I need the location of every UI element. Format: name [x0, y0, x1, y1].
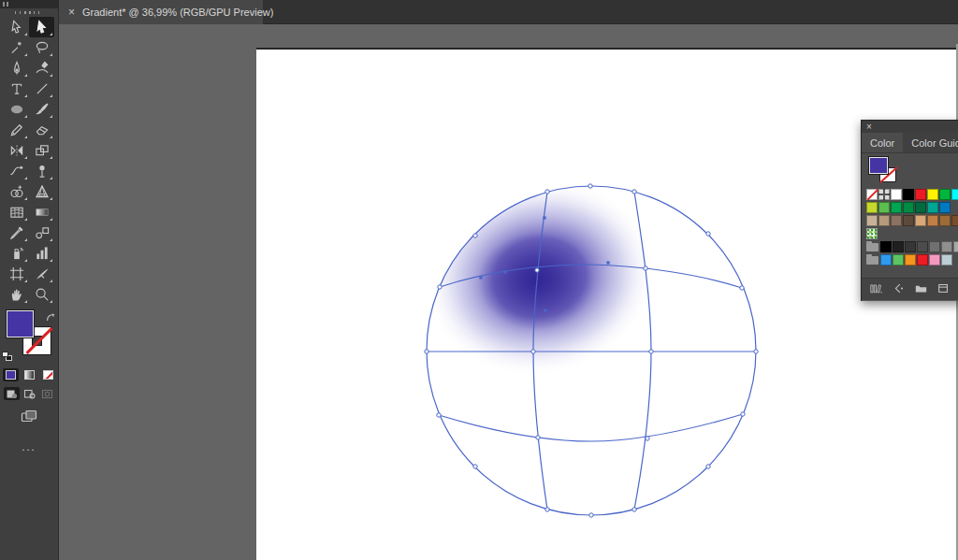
swatch[interactable] — [891, 215, 902, 226]
swatch[interactable] — [905, 241, 916, 252]
free-transform-tool[interactable] — [29, 140, 54, 161]
swatch-pattern[interactable] — [866, 228, 878, 239]
panel-tabs: Color Color Guide — [862, 133, 958, 153]
swatch[interactable] — [941, 241, 952, 252]
drawing-modes-row — [0, 387, 58, 400]
blend-tool[interactable] — [29, 223, 54, 243]
swatch[interactable] — [929, 254, 940, 266]
swatch[interactable] — [951, 189, 958, 200]
eraser-tool[interactable] — [29, 120, 54, 140]
new-color-group-icon[interactable] — [914, 281, 928, 298]
paint-none-button[interactable] — [40, 368, 56, 381]
tab-color[interactable]: Color — [862, 133, 903, 152]
swatch[interactable] — [891, 202, 902, 213]
fill-swatch[interactable] — [7, 310, 34, 337]
ellipse-tool[interactable] — [4, 99, 29, 120]
puppet-warp-tool[interactable] — [29, 161, 54, 181]
swatch[interactable] — [915, 215, 926, 226]
swatch[interactable] — [915, 202, 926, 213]
swatch[interactable] — [915, 189, 926, 200]
show-swatch-kinds-icon[interactable] — [892, 281, 906, 298]
swatch[interactable] — [878, 202, 890, 213]
swatch[interactable] — [939, 189, 951, 200]
swatch[interactable] — [891, 189, 902, 200]
tools-panel-header[interactable] — [0, 0, 58, 8]
direct-selection-tool[interactable] — [29, 17, 54, 37]
new-swatch-icon[interactable] — [936, 281, 951, 298]
edit-toolbar-ellipsis[interactable]: ... — [0, 441, 58, 452]
swatch[interactable] — [927, 215, 938, 226]
color-group-folder-icon[interactable] — [866, 243, 878, 251]
tab-color-guide[interactable]: Color Guide — [903, 133, 958, 152]
swatch-registration[interactable] — [878, 189, 890, 200]
swatch[interactable] — [905, 254, 916, 266]
curvature-tool[interactable] — [29, 58, 54, 79]
swatch[interactable] — [893, 254, 904, 266]
reflect-tool[interactable] — [4, 140, 29, 161]
eyedropper-tool[interactable] — [4, 223, 29, 243]
column-graph-tool[interactable] — [29, 243, 54, 264]
change-screen-mode-icon[interactable] — [21, 409, 37, 426]
swatch[interactable] — [903, 215, 914, 226]
draw-normal-icon[interactable] — [4, 387, 20, 400]
mesh-tool[interactable] — [4, 202, 29, 223]
default-fill-stroke-icon[interactable] — [2, 352, 12, 361]
selection-tool[interactable] — [4, 17, 29, 37]
panel-titlebar[interactable]: × — [862, 121, 958, 133]
color-group-folder-icon[interactable] — [866, 256, 878, 265]
swatch[interactable] — [878, 215, 890, 226]
swatch[interactable] — [866, 202, 878, 213]
tools-panel-grip[interactable] — [0, 8, 58, 17]
tool-grid — [0, 17, 58, 305]
symbol-sprayer-tool[interactable] — [4, 243, 29, 264]
swatch[interactable] — [939, 215, 951, 226]
swatch[interactable] — [893, 241, 904, 252]
panel-body — [862, 153, 958, 266]
collapse-panel-icon[interactable] — [3, 2, 9, 7]
shape-builder-tool[interactable] — [4, 181, 29, 202]
swap-fill-stroke-icon[interactable] — [46, 309, 55, 319]
tab-close-icon[interactable]: × — [68, 7, 75, 18]
swatch[interactable] — [917, 254, 928, 266]
swatch-libraries-icon[interactable] — [869, 281, 883, 298]
swatch[interactable] — [866, 215, 878, 226]
line-segment-tool[interactable] — [29, 79, 54, 99]
swatch[interactable] — [903, 202, 914, 213]
swatch-row — [866, 241, 958, 252]
swatch[interactable] — [880, 241, 892, 252]
panel-close-icon[interactable]: × — [866, 122, 872, 132]
panel-footer — [862, 278, 958, 300]
swatch[interactable] — [917, 241, 928, 252]
panel-fill-swatch[interactable] — [869, 157, 888, 174]
swatch[interactable] — [929, 241, 940, 252]
swatch[interactable] — [927, 202, 938, 213]
hand-tool[interactable] — [4, 284, 29, 305]
pen-tool[interactable] — [4, 58, 29, 79]
swatch[interactable] — [903, 189, 914, 200]
swatch[interactable] — [951, 215, 958, 226]
paint-gradient-button[interactable] — [22, 368, 37, 381]
gradient-tool[interactable] — [29, 202, 54, 223]
zoom-tool[interactable] — [29, 284, 54, 305]
swatch[interactable] — [880, 254, 892, 266]
gradient-mesh-artwork[interactable] — [256, 50, 958, 560]
paint-color-button[interactable] — [3, 368, 19, 381]
document-tab[interactable]: × Gradient* @ 36,99% (RGB/GPU Preview) — [59, 0, 263, 24]
swatch[interactable] — [939, 202, 951, 213]
slice-tool[interactable] — [29, 264, 54, 284]
draw-inside-icon[interactable] — [39, 387, 55, 400]
perspective-grid-tool[interactable] — [29, 181, 54, 202]
width-tool[interactable] — [4, 161, 29, 181]
shaper-tool[interactable] — [4, 120, 29, 140]
paintbrush-tool[interactable] — [29, 99, 54, 120]
swatch[interactable] — [927, 189, 938, 200]
draw-behind-icon[interactable] — [22, 387, 37, 400]
swatch-none[interactable] — [866, 189, 878, 200]
swatch-row — [866, 215, 958, 226]
swatch[interactable] — [953, 241, 958, 252]
artboard-tool[interactable] — [4, 264, 29, 284]
magic-wand-tool[interactable] — [4, 37, 29, 58]
lasso-tool[interactable] — [29, 37, 54, 58]
type-tool[interactable] — [4, 79, 29, 99]
swatch[interactable] — [941, 254, 952, 266]
